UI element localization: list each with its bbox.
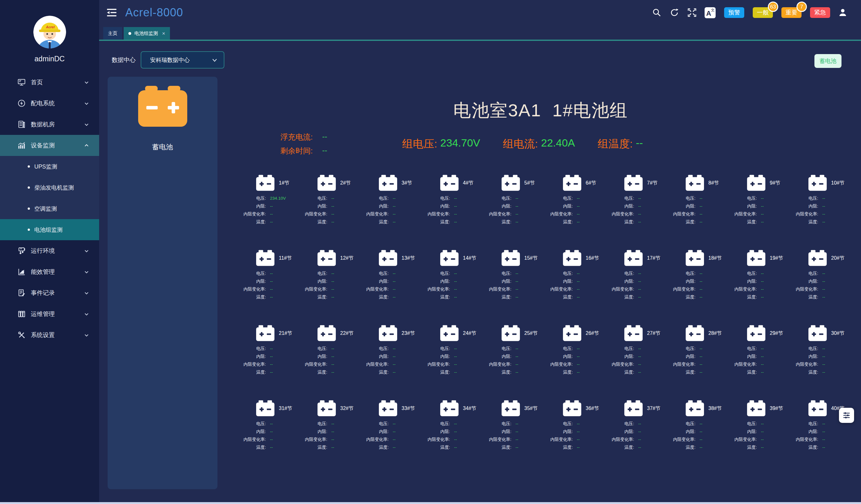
cell-field-label: 电压: <box>486 269 511 277</box>
battery-cell-head: 33#节 <box>378 400 425 417</box>
cell-field-label: 电压: <box>670 194 696 202</box>
alarm-label: 重要 <box>785 9 797 17</box>
cell-field-value: 234.10V <box>270 194 286 202</box>
user-icon[interactable] <box>838 8 848 18</box>
cell-field-value: -- <box>638 428 641 435</box>
cell-data-row: 电压:-- <box>302 420 364 428</box>
stat-label: 组温度: <box>598 137 632 151</box>
battery-card-icon[interactable] <box>138 86 187 130</box>
tune-icon <box>842 411 851 420</box>
search-icon[interactable] <box>652 8 662 18</box>
sidebar-item-energy[interactable]: 能效管理 <box>0 261 99 282</box>
sidebar-subitem-aircon[interactable]: 空调监测 <box>0 198 99 219</box>
alarm-button-warning[interactable]: 预警 <box>724 7 744 18</box>
cell-field-value: -- <box>761 360 764 368</box>
cell-data-row: 内阻变化率:-- <box>548 360 609 368</box>
cell-field-value: -- <box>700 420 702 428</box>
sidebar-item-server-room[interactable]: 数据机房 <box>0 114 99 135</box>
cell-field-label: 内阻变化率: <box>486 285 511 293</box>
sidebar-item-environment[interactable]: 运行环境 <box>0 240 99 261</box>
sidebar-subitem-ups[interactable]: UPS监测 <box>0 156 99 177</box>
cell-data-row: 内阻变化率:-- <box>732 285 793 293</box>
battery-filter-button[interactable]: 蓄电池 <box>815 54 842 68</box>
menu-fold-icon[interactable] <box>106 8 117 17</box>
cell-data-row: 内阻变化率:-- <box>364 360 425 368</box>
user-avatar[interactable]: Acrel <box>33 16 66 48</box>
sidebar-item-settings[interactable]: 系统设置 <box>0 324 99 346</box>
cell-field-value: -- <box>331 443 334 451</box>
cell-data-row: 内阻:-- <box>486 428 548 435</box>
cell-field-value: -- <box>577 277 580 285</box>
cell-field-label: 内阻变化率: <box>670 435 696 443</box>
battery-cell-head: 31#节 <box>256 400 302 417</box>
battery-cell: 19#节 电压:--内阻:--内阻变化率:--温度:-- <box>732 250 793 301</box>
sidebar-item-event-log[interactable]: 事件记录 <box>0 282 99 304</box>
cell-field-value: -- <box>761 352 764 360</box>
battery-cell: 33#节 电压:--内阻:--内阻变化率:--温度:-- <box>364 400 425 451</box>
cell-field-value: -- <box>577 218 580 226</box>
cell-data-row: 内阻变化率:-- <box>609 435 670 443</box>
remaining-time-row: 剩余时间: -- <box>281 146 327 156</box>
battery-cell-head: 30#节 <box>808 325 855 342</box>
display-settings-button[interactable] <box>839 408 854 423</box>
cell-data-row: 电压:-- <box>609 194 670 202</box>
alarm-button-important[interactable]: 重要 7 <box>781 7 802 18</box>
cell-field-value: -- <box>822 285 825 293</box>
tab-battery-monitor[interactable]: 电池组监测 × <box>124 27 170 40</box>
fullscreen-icon[interactable] <box>687 8 697 18</box>
battery-cell: 31#节 电压:--内阻:--内阻变化率:--温度:-- <box>241 400 302 451</box>
sidebar-subitem-diesel-generator[interactable]: 柴油发电机监测 <box>0 177 99 198</box>
app-window: Acrel adminDC 首页 配电系统 <box>0 0 861 504</box>
cell-field-value: -- <box>638 345 641 352</box>
battery-cell: 7#节 电压:--内阻:--内阻变化率:--温度:-- <box>609 175 670 226</box>
cell-field-label: 内阻: <box>364 428 389 435</box>
alarm-button-general[interactable]: 一般 63 <box>753 7 773 18</box>
cell-data-row: 内阻:-- <box>609 277 670 285</box>
cell-data-row: 内阻变化率:-- <box>425 210 486 218</box>
cell-field-label: 电压: <box>364 194 389 202</box>
cell-field-label: 内阻: <box>425 428 450 435</box>
cell-data-row: 电压:-- <box>609 420 670 428</box>
cell-data-row: 内阻变化率:-- <box>609 360 670 368</box>
home-monitor-icon <box>17 78 26 86</box>
sidebar-item-power-distribution[interactable]: 配电系统 <box>0 93 99 114</box>
chevron-down-icon <box>83 310 90 318</box>
datacenter-select[interactable]: 安科瑞数据中心 <box>141 51 224 69</box>
cell-data-row: 温度:-- <box>548 293 609 301</box>
cell-field-label: 内阻: <box>364 277 389 285</box>
battery-cell-head: 32#节 <box>317 400 364 417</box>
cell-field-value: -- <box>331 360 334 368</box>
battery-cell-label: 32#节 <box>340 405 354 412</box>
cell-field-label: 内阻: <box>425 277 450 285</box>
cell-data-row: 温度:-- <box>486 368 548 376</box>
close-icon[interactable]: × <box>162 31 165 36</box>
alarm-button-critical[interactable]: 紧急 <box>810 7 830 18</box>
translate-icon[interactable]: A 文 <box>705 7 715 18</box>
battery-cell-data: 电压:--内阻:--内阻变化率:--温度:-- <box>425 345 486 376</box>
cell-data-row: 温度:-- <box>425 293 486 301</box>
cell-data-row: 内阻变化率:-- <box>732 360 793 368</box>
tab-home[interactable]: 主页 <box>103 27 122 40</box>
group-temperature: 组温度: -- <box>598 137 643 151</box>
battery-icon <box>501 250 520 267</box>
cell-field-value: -- <box>516 352 518 360</box>
battery-cell-data: 电压:--内阻:--内阻变化率:--温度:-- <box>486 269 548 301</box>
battery-cell: 27#节 电压:--内阻:--内阻变化率:--温度:-- <box>609 325 670 376</box>
sidebar-item-ops[interactable]: 运维管理 <box>0 304 99 324</box>
float-stats: 浮充电流: -- 剩余时间: -- <box>281 132 327 156</box>
sidebar-item-device-monitor[interactable]: 设备监测 <box>0 135 99 156</box>
horizontal-scrollbar[interactable] <box>0 502 861 504</box>
cell-field-value: -- <box>516 202 518 210</box>
cell-data-row: 温度:-- <box>241 443 302 451</box>
refresh-icon[interactable] <box>669 8 680 18</box>
sidebar-item-label: 能效管理 <box>31 268 55 276</box>
sidebar-item-home[interactable]: 首页 <box>0 72 99 93</box>
battery-cell-label: 15#节 <box>524 255 538 262</box>
cell-data-row: 内阻变化率:-- <box>425 360 486 368</box>
cell-field-value: -- <box>516 210 518 218</box>
cell-field-label: 内阻: <box>241 277 266 285</box>
device-monitor-icon <box>17 141 26 150</box>
cell-field-label: 温度: <box>793 218 818 226</box>
cell-field-value: -- <box>761 428 764 435</box>
sidebar-subitem-battery-monitor[interactable]: 电池组监测 <box>0 219 99 240</box>
